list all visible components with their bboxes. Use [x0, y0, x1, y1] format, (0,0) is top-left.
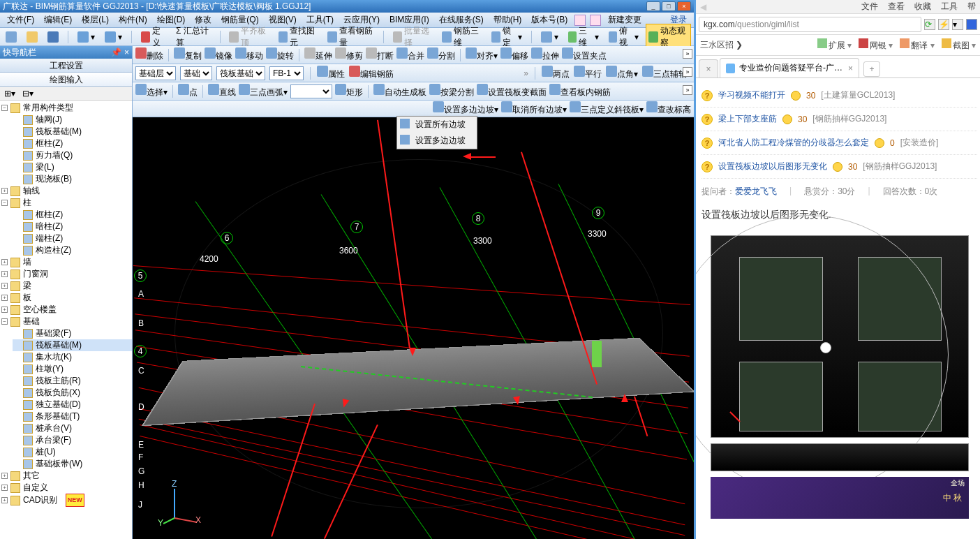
parallel-button[interactable]: 平行 — [574, 66, 602, 80]
lightning-icon[interactable]: ⚡ — [938, 19, 949, 30]
tree-node-sump[interactable]: 集水坑(K) — [13, 351, 132, 363]
align-button[interactable]: 对齐▾ — [466, 47, 498, 62]
nav-tab-settings[interactable]: 工程设置 — [0, 59, 132, 73]
new-tab-button[interactable]: + — [863, 61, 880, 77]
delete-button[interactable]: 删除 — [135, 47, 163, 62]
beamsplit-button[interactable]: 按梁分割 — [429, 84, 474, 98]
question-item[interactable]: ?梁上下部支座筋30[钢筋抽样GGJ2013] — [701, 108, 977, 131]
url-input[interactable]: kgx.com/question/giml/list — [699, 17, 921, 32]
instance-select[interactable]: FB-1 — [269, 66, 304, 80]
browser-tab-1[interactable]: × — [699, 59, 718, 77]
dropdown-icon[interactable]: ▾ — [952, 19, 963, 30]
autogen-button[interactable]: 自动生成板 — [373, 84, 426, 98]
question-item[interactable]: ?学习视频不能打开30[土建算量GCL2013] — [701, 84, 977, 108]
redo-icon[interactable]: ▾ — [102, 30, 125, 44]
menu-edit[interactable]: 编辑(E) — [40, 13, 76, 27]
break-button[interactable]: 打断 — [366, 47, 394, 62]
pin-icon[interactable]: 📌 — [111, 47, 121, 57]
stretch-button[interactable]: 拉伸 — [531, 47, 559, 62]
move-button[interactable]: 移动 — [235, 47, 263, 62]
view-mode-icon[interactable]: ▾ — [538, 30, 561, 44]
overflow-icon[interactable]: » — [683, 67, 692, 77]
category-select[interactable]: 基础 — [180, 66, 212, 80]
ext-icon[interactable] — [966, 19, 977, 30]
tree-node-beam[interactable]: 梁(L) — [13, 161, 132, 173]
trim-button[interactable]: 修剪 — [335, 47, 363, 62]
tree-node-castslab[interactable]: 现浇板(B) — [13, 173, 132, 185]
close-panel-icon[interactable]: × — [124, 47, 129, 57]
copy-button[interactable]: 复制 — [174, 47, 202, 62]
tree-node-slab[interactable]: +板 — [1, 292, 132, 304]
split-button[interactable]: 分割 — [427, 47, 455, 62]
tree-node-hollow[interactable]: +空心楼盖 — [1, 304, 132, 316]
tree-node-fbeam[interactable]: 基础梁(F) — [13, 327, 132, 339]
tree-node-conscol[interactable]: 构造柱(Z) — [13, 244, 132, 256]
tree-node-wall[interactable]: +墙 — [1, 256, 132, 268]
back-icon[interactable]: ◀ — [700, 2, 706, 12]
screenshot-dropdown[interactable]: 截图 — [942, 38, 976, 52]
browser-tab-2[interactable]: 专业造价问题答疑平台-广联达× — [720, 58, 859, 77]
question-link[interactable]: 学习视频不能打开 — [718, 89, 785, 101]
save-icon[interactable] — [45, 30, 61, 44]
tree-node-strip[interactable]: 条形基础(T) — [13, 411, 132, 422]
edit-rebar-button[interactable]: 编辑钢筋 — [349, 66, 394, 80]
setclip-button[interactable]: 设置夹点 — [562, 47, 607, 62]
thumbnail-image-1[interactable] — [711, 235, 969, 438]
tree-node-raftmain[interactable]: 筏板主筋(R) — [13, 375, 132, 387]
tree-node-foundation[interactable]: −基础 — [1, 316, 132, 327]
tree-node-axis[interactable]: +轴线 — [1, 185, 132, 197]
merge-button[interactable]: 合并 — [396, 47, 424, 62]
arc-options-select[interactable] — [290, 84, 332, 98]
popup-set-all-slope[interactable]: 设置所有边坡 — [397, 117, 477, 133]
question-link[interactable]: 梁上下部支座筋 — [718, 113, 777, 125]
bookmark-item[interactable]: 三水区招 ❯ — [700, 39, 743, 51]
offset-button[interactable]: 偏移 — [500, 47, 528, 62]
mirror-button[interactable]: 镜像 — [205, 47, 232, 62]
def3pt-button[interactable]: 三点定义斜筏板▾ — [570, 101, 644, 116]
tree-node-shearwall[interactable]: 剪力墙(Q) — [13, 149, 132, 161]
question-item[interactable]: ?设置筏板边坡以后图形无变化30[钢筋抽样GGJ2013] — [701, 155, 977, 179]
tree-node-framecol2[interactable]: 框柱(Z) — [13, 209, 132, 221]
extend-button[interactable]: 延伸 — [304, 47, 332, 62]
tree-node-raftneg[interactable]: 筏板负筋(X) — [13, 387, 132, 399]
open-icon[interactable] — [24, 30, 40, 44]
tree-node-raft[interactable]: 筏板基础(M) — [13, 126, 132, 138]
viewinbar-button[interactable]: 查看板内钢筋 — [549, 84, 611, 98]
type-select[interactable]: 筏板基础 — [216, 66, 265, 80]
question-item[interactable]: ?河北省人防工程冷煤管的分歧器怎么套定0[安装造价] — [701, 131, 977, 155]
question-link[interactable]: 设置筏板边坡以后图形无变化 — [718, 161, 827, 172]
select-button[interactable]: 选择▾ — [135, 84, 168, 98]
ext-dropdown[interactable]: 扩展 — [817, 38, 852, 52]
new-icon[interactable] — [3, 30, 20, 44]
tab-close-icon[interactable]: × — [848, 64, 853, 73]
arc-button[interactable]: 三点画弧▾ — [239, 84, 288, 98]
top-view[interactable]: 查看 — [888, 1, 905, 13]
setsection-button[interactable]: 设置筏板变截面 — [477, 84, 547, 98]
tree-node-column[interactable]: −柱 — [1, 197, 132, 209]
tree-node-framecol[interactable]: 框柱(Z) — [13, 138, 132, 149]
question-link[interactable]: 河北省人防工程冷煤管的分歧器怎么套定 — [718, 137, 869, 149]
overflow-icon[interactable]: » — [683, 85, 692, 95]
rotate-button[interactable]: 旋转 — [266, 47, 294, 62]
asker-link[interactable]: 爱爱龙飞飞 — [735, 186, 777, 196]
popup-set-multi-slope[interactable]: 设置多边边坡 — [397, 133, 477, 149]
tree-node-opening[interactable]: +门窗洞 — [1, 268, 132, 280]
point-button[interactable]: 点 — [178, 84, 198, 98]
setmulti-button[interactable]: 设置多边边坡▾ — [433, 101, 498, 116]
top-fav[interactable]: 收藏 — [914, 1, 931, 13]
translate-dropdown[interactable]: 翻译 — [900, 38, 934, 52]
bank-dropdown[interactable]: 网银 — [859, 38, 893, 52]
web-page[interactable]: ?学习视频不能打开30[土建算量GCL2013] ?梁上下部支座筋30[钢筋抽样… — [696, 78, 980, 539]
menu-file[interactable]: 文件(F) — [3, 13, 38, 27]
tree-node-custom[interactable]: +自定义 — [1, 482, 132, 494]
nav-tab-draw[interactable]: 绘图输入 — [0, 73, 132, 87]
overflow-icon[interactable]: » — [683, 49, 692, 59]
drawing-canvas[interactable]: 6 7 8 9 5 4 A B C D E F G H J 4200 3600 … — [133, 117, 694, 539]
component-tree[interactable]: −常用构件类型 轴网(J) 筏板基础(M) 框柱(Z) 剪力墙(Q) 梁(L) … — [0, 101, 132, 539]
tree-node-colcap[interactable]: 柱墩(Y) — [13, 363, 132, 375]
tree-node-darkcol[interactable]: 暗柱(Z) — [13, 221, 132, 232]
tree-expand-icon[interactable]: ⊞▾ — [3, 89, 17, 98]
maximize-button[interactable]: □ — [662, 1, 676, 11]
top-help[interactable]: 帮 — [967, 1, 976, 13]
top-file[interactable]: 文件 — [861, 1, 878, 13]
